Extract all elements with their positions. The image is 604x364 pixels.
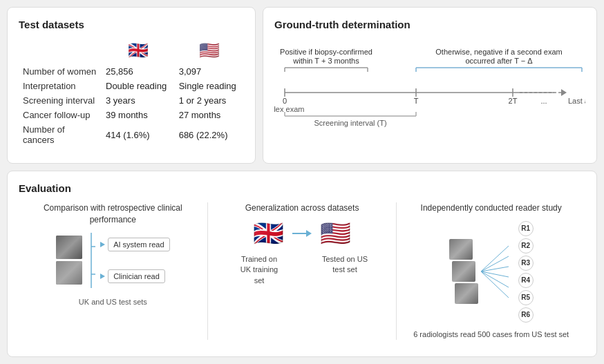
- row-label: Number of cancers: [19, 122, 102, 147]
- svg-text:Otherwise, negative if a secon: Otherwise, negative if a second exam: [435, 48, 562, 56]
- us-flag-icon: 🇺🇸: [179, 41, 240, 60]
- col-us-header: 🇺🇸: [175, 39, 244, 64]
- gen-arrow: [292, 230, 312, 237]
- ground-truth-card: Ground-truth determination Positive if b…: [263, 7, 597, 164]
- clinician-arrow-row: Clinician read: [100, 269, 165, 283]
- gen-title: Generalization across datasets: [245, 202, 359, 214]
- row-label: Number of women: [19, 64, 102, 79]
- reader-badge: R4: [518, 273, 534, 288]
- gen-arrow-head: [306, 230, 312, 237]
- row-uk-value: Double reading: [102, 79, 175, 93]
- svg-text:...: ...: [540, 97, 547, 105]
- reader-diagram: R1R2R3R4R5R6: [449, 221, 534, 323]
- table-row: Interpretation Double reading Single rea…: [19, 79, 244, 93]
- xray-sm-1: [449, 239, 473, 260]
- us-flag-gen: 🇺🇸: [320, 221, 351, 246]
- clinician-read-box: Clinician read: [108, 269, 165, 283]
- gen-diagram: 🇬🇧 🇺🇸: [253, 221, 351, 246]
- timeline-container: Positive if biopsy-confirmed within T + …: [274, 39, 585, 152]
- clinician-arrow-icon: [100, 274, 105, 279]
- reader-badge: R5: [518, 290, 534, 305]
- evaluation-card: Evaluation Comparison with retrospective…: [7, 171, 597, 357]
- gen-labels: Trained on UK training set Tested on US …: [235, 254, 369, 286]
- row-us-value: 1 or 2 years: [175, 93, 244, 108]
- row-uk-value: 25,856: [102, 64, 175, 79]
- reader-fan-lines: [481, 240, 516, 303]
- xray-sm-3: [455, 283, 478, 304]
- eval-section-reader: Independently conducted reader study: [397, 202, 585, 340]
- reader-badge: R6: [518, 307, 534, 323]
- ai-arrow-row: AI system read: [100, 238, 169, 251]
- test-datasets-title: Test datasets: [19, 19, 244, 30]
- svg-text:Positive if biopsy-confirmed: Positive if biopsy-confirmed: [280, 48, 372, 56]
- ai-arrow-icon: [100, 242, 105, 247]
- clinical-diagram: AI system read Clinician read: [56, 233, 169, 288]
- svg-text:Last available data: Last available data: [568, 97, 585, 105]
- svg-text:Screening interval (T): Screening interval (T): [314, 119, 386, 127]
- row-us-value: Single reading: [175, 79, 244, 93]
- table-row: Number of women 25,856 3,097: [19, 64, 244, 79]
- svg-text:T: T: [414, 97, 419, 105]
- tested-label: Tested on US test set: [321, 254, 369, 276]
- uk-us-label: UK and US test sets: [79, 298, 147, 306]
- row-us-value: 686 (22.2%): [175, 122, 244, 147]
- ground-truth-title: Ground-truth determination: [274, 19, 585, 30]
- uk-flag-icon: 🇬🇧: [106, 41, 171, 60]
- ai-read-box: AI system read: [108, 238, 169, 251]
- row-uk-value: 414 (1.6%): [102, 122, 175, 147]
- eval-sections: Comparison with retrospective clinical p…: [19, 202, 585, 340]
- row-label: Cancer follow-up: [19, 108, 102, 122]
- eval-section-generalization: Generalization across datasets 🇬🇧 🇺🇸 Tra…: [208, 202, 397, 340]
- xray-image-bottom: [56, 261, 82, 285]
- table-row: Cancer follow-up 39 months 27 months: [19, 108, 244, 122]
- reader-badge: R3: [518, 256, 534, 271]
- gen-arrow-line: [292, 233, 306, 234]
- reader-badge: R1: [518, 221, 534, 236]
- xray-stack-reader: [449, 239, 478, 304]
- eval-section-clinical: Comparison with retrospective clinical p…: [19, 202, 208, 340]
- xray-image-top: [56, 236, 82, 259]
- svg-text:Index exam: Index exam: [274, 105, 304, 113]
- reader-caption: 6 radiologists read 500 cases from US te…: [413, 329, 569, 340]
- svg-text:within T + 3 months: within T + 3 months: [292, 57, 359, 65]
- row-label: Screening interval: [19, 93, 102, 108]
- clinical-title: Comparison with retrospective clinical p…: [24, 202, 202, 226]
- svg-text:occurred after T − Δ: occurred after T − Δ: [465, 57, 533, 65]
- table-row: Screening interval 3 years 1 or 2 years: [19, 93, 244, 108]
- col-uk-header: 🇬🇧: [102, 39, 175, 64]
- test-datasets-card: Test datasets 🇬🇧 🇺🇸 Number of women 25,8…: [7, 7, 256, 164]
- trained-label: Trained on UK training set: [235, 254, 283, 286]
- table-row: Number of cancers 414 (1.6%) 686 (22.2%): [19, 122, 244, 147]
- svg-text:0: 0: [283, 97, 287, 105]
- row-uk-value: 39 months: [102, 108, 175, 122]
- row-us-value: 27 months: [175, 108, 244, 122]
- row-us-value: 3,097: [175, 64, 244, 79]
- fork-connector: [86, 233, 96, 288]
- timeline-svg: Positive if biopsy-confirmed within T + …: [274, 46, 585, 135]
- row-uk-value: 3 years: [102, 93, 175, 108]
- datasets-table: 🇬🇧 🇺🇸 Number of women 25,856 3,097 Inter…: [19, 39, 244, 147]
- row-label: Interpretation: [19, 79, 102, 93]
- xray-sm-2: [452, 261, 475, 282]
- xray-stack: [56, 236, 82, 285]
- reader-badges: R1R2R3R4R5R6: [518, 221, 534, 323]
- svg-marker-12: [561, 89, 567, 96]
- uk-flag-gen: 🇬🇧: [253, 221, 284, 246]
- arrows-column: AI system read Clinician read: [100, 238, 169, 283]
- reader-badge: R2: [518, 238, 534, 253]
- reader-title: Independently conducted reader study: [421, 202, 562, 214]
- evaluation-title: Evaluation: [19, 182, 585, 194]
- svg-text:2T: 2T: [509, 97, 518, 105]
- col-label-header: [19, 39, 102, 64]
